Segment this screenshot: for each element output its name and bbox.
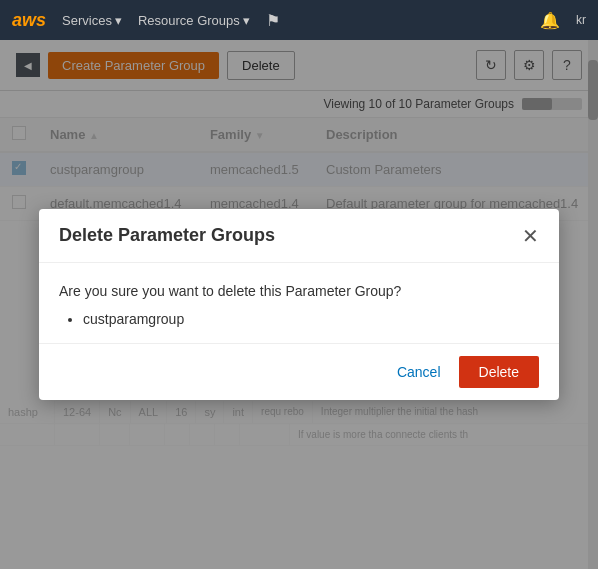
modal-body-text: Are you sure you want to delete this Par… bbox=[59, 283, 539, 299]
bookmark-icon[interactable]: ⚑ bbox=[266, 11, 280, 30]
modal-footer: Cancel Delete bbox=[39, 343, 559, 400]
list-item: custparamgroup bbox=[83, 311, 539, 327]
nav-resource-groups[interactable]: Resource Groups ▾ bbox=[138, 13, 250, 28]
delete-modal: Delete Parameter Groups ✕ Are you sure y… bbox=[39, 209, 559, 400]
modal-overlay: Delete Parameter Groups ✕ Are you sure y… bbox=[0, 40, 598, 569]
top-nav: aws Services ▾ Resource Groups ▾ ⚑ 🔔 kr bbox=[0, 0, 598, 40]
aws-logo-text: aws bbox=[12, 10, 46, 31]
nav-services[interactable]: Services ▾ bbox=[62, 13, 122, 28]
nav-resource-groups-label: Resource Groups bbox=[138, 13, 240, 28]
nav-resource-groups-chevron: ▾ bbox=[243, 13, 250, 28]
cancel-button[interactable]: Cancel bbox=[389, 360, 449, 384]
content-area: ◀ Create Parameter Group Delete ↻ ⚙ ? Vi… bbox=[0, 40, 598, 569]
modal-close-button[interactable]: ✕ bbox=[522, 226, 539, 246]
modal-item-list: custparamgroup bbox=[83, 311, 539, 327]
aws-logo: aws bbox=[12, 10, 46, 31]
modal-header: Delete Parameter Groups ✕ bbox=[39, 209, 559, 263]
modal-title: Delete Parameter Groups bbox=[59, 225, 275, 246]
delete-confirm-button[interactable]: Delete bbox=[459, 356, 539, 388]
nav-services-label: Services bbox=[62, 13, 112, 28]
modal-body: Are you sure you want to delete this Par… bbox=[39, 263, 559, 343]
user-menu[interactable]: kr bbox=[576, 13, 586, 27]
nav-services-chevron: ▾ bbox=[115, 13, 122, 28]
bell-icon[interactable]: 🔔 bbox=[540, 11, 560, 30]
